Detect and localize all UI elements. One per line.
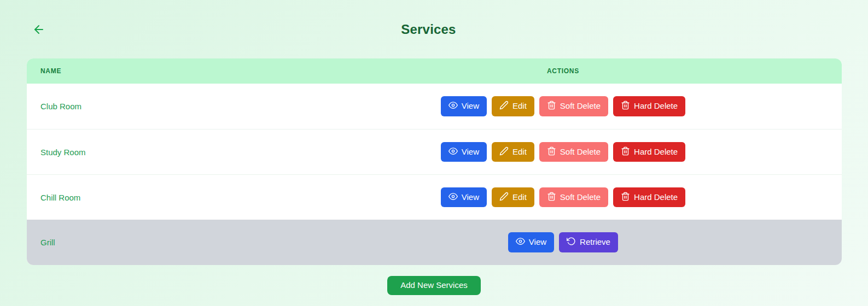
trash-icon — [621, 146, 630, 158]
services-table: NAME ACTIONS Club Room View Edit Soft De… — [27, 58, 842, 265]
service-name: Grill — [27, 238, 284, 247]
rotate-ccw-icon — [567, 237, 576, 248]
soft-delete-button[interactable]: Soft Delete — [539, 142, 608, 162]
retrieve-button-label: Retrieve — [580, 238, 610, 247]
page-footer: Add New Services — [0, 276, 868, 295]
pencil-icon — [499, 192, 509, 203]
edit-button[interactable]: Edit — [492, 142, 534, 162]
soft-delete-button-label: Soft Delete — [560, 193, 601, 202]
eye-icon — [448, 101, 458, 112]
edit-button[interactable]: Edit — [492, 96, 534, 116]
view-button[interactable]: View — [508, 232, 554, 252]
table-row: Chill Room View Edit Soft Delete Hard De… — [27, 174, 842, 220]
hard-delete-button-label: Hard Delete — [634, 148, 678, 157]
hard-delete-button-label: Hard Delete — [634, 193, 678, 202]
eye-icon — [448, 192, 458, 203]
hard-delete-button[interactable]: Hard Delete — [613, 187, 685, 208]
retrieve-button[interactable]: Retrieve — [559, 232, 618, 252]
row-actions: View Edit Soft Delete Hard Delete — [284, 96, 842, 116]
view-button-label: View — [462, 148, 479, 157]
edit-button-label: Edit — [512, 148, 527, 157]
trash-icon — [621, 101, 630, 112]
edit-button[interactable]: Edit — [492, 187, 534, 208]
view-button[interactable]: View — [441, 96, 487, 116]
hard-delete-button[interactable]: Hard Delete — [613, 142, 685, 162]
soft-delete-button-label: Soft Delete — [560, 148, 601, 157]
eye-icon — [516, 237, 525, 248]
soft-delete-button[interactable]: Soft Delete — [539, 187, 608, 208]
services-page: Services NAME ACTIONS Club Room View Edi… — [0, 0, 868, 295]
page-header: Services — [0, 0, 868, 58]
view-button[interactable]: View — [441, 142, 487, 162]
page-title: Services — [0, 22, 857, 37]
hard-delete-button[interactable]: Hard Delete — [613, 96, 685, 116]
view-button-label: View — [462, 102, 479, 111]
soft-delete-button-label: Soft Delete — [560, 102, 601, 111]
trash-icon — [547, 101, 556, 112]
hard-delete-button-label: Hard Delete — [634, 102, 678, 111]
add-new-services-button[interactable]: Add New Services — [387, 276, 481, 295]
edit-button-label: Edit — [512, 193, 527, 202]
view-button-label: View — [462, 193, 479, 202]
soft-delete-button[interactable]: Soft Delete — [539, 96, 608, 116]
trash-icon — [547, 192, 556, 203]
table-row: Study Room View Edit Soft Delete Hard De… — [27, 129, 842, 174]
column-header-name: NAME — [27, 67, 284, 75]
table-row-deleted: Grill View Retrieve — [27, 220, 842, 265]
pencil-icon — [499, 146, 509, 158]
view-button[interactable]: View — [441, 187, 487, 208]
service-name: Chill Room — [27, 193, 284, 202]
column-header-actions: ACTIONS — [284, 67, 842, 75]
row-actions: View Edit Soft Delete Hard Delete — [284, 187, 842, 208]
table-row: Club Room View Edit Soft Delete Hard Del… — [27, 84, 842, 129]
service-name: Study Room — [27, 148, 284, 157]
eye-icon — [448, 146, 458, 158]
view-button-label: View — [529, 238, 546, 247]
row-actions: View Edit Soft Delete Hard Delete — [284, 142, 842, 162]
pencil-icon — [499, 101, 509, 112]
service-name: Club Room — [27, 102, 284, 111]
trash-icon — [621, 192, 630, 203]
row-actions: View Retrieve — [284, 232, 842, 252]
trash-icon — [547, 146, 556, 158]
table-header-row: NAME ACTIONS — [27, 58, 842, 84]
edit-button-label: Edit — [512, 102, 527, 111]
